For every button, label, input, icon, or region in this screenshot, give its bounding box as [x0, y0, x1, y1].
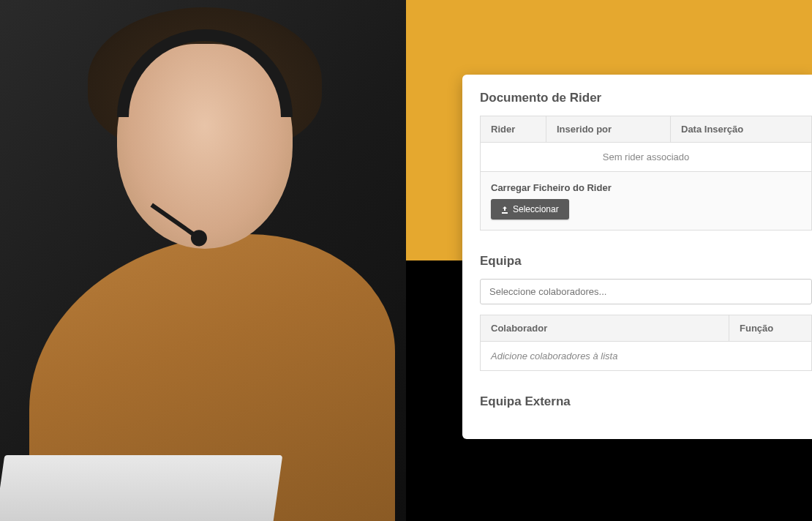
select-file-button[interactable]: Seleccionar [491, 199, 569, 220]
inserido-por-col-header: Inserido por [546, 116, 671, 143]
rider-document-section: Documento de Rider Rider Inserido por Da… [480, 91, 812, 230]
select-button-label: Seleccionar [513, 204, 559, 214]
table-header-row: Rider Inserido por Data Inserção [481, 116, 812, 143]
equipa-empty-message: Adicione colaboradores à lista [481, 342, 812, 371]
rider-section-title: Documento de Rider [480, 91, 812, 105]
equipa-section: Equipa Colaborador Função Adicione colab… [480, 254, 812, 371]
rider-empty-row: Sem rider associado [481, 143, 812, 172]
equipa-table: Colaborador Função Adicione colaboradore… [480, 315, 812, 371]
colaborador-col-header: Colaborador [481, 315, 729, 342]
equipa-externa-title: Equipa Externa [480, 394, 812, 409]
rider-col-header: Rider [481, 116, 546, 143]
rider-empty-message: Sem rider associado [481, 143, 812, 172]
equipa-empty-row: Adicione colaboradores à lista [481, 342, 812, 371]
form-panel: Documento de Rider Rider Inserido por Da… [462, 75, 812, 439]
colaboradores-select[interactable] [480, 279, 812, 304]
photo-illustration [0, 0, 406, 521]
rider-table: Rider Inserido por Data Inserção Sem rid… [480, 116, 812, 172]
upload-icon [501, 206, 508, 213]
data-insercao-col-header: Data Inserção [671, 116, 812, 143]
rider-upload-box: Carregar Ficheiro do Rider Seleccionar [480, 172, 812, 230]
equipa-section-title: Equipa [480, 254, 812, 269]
table-header-row: Colaborador Função [481, 315, 812, 342]
funcao-col-header: Função [729, 315, 812, 342]
equipa-externa-section: Equipa Externa [480, 394, 812, 409]
upload-label: Carregar Ficheiro do Rider [491, 182, 801, 193]
hero-photo [0, 0, 406, 521]
